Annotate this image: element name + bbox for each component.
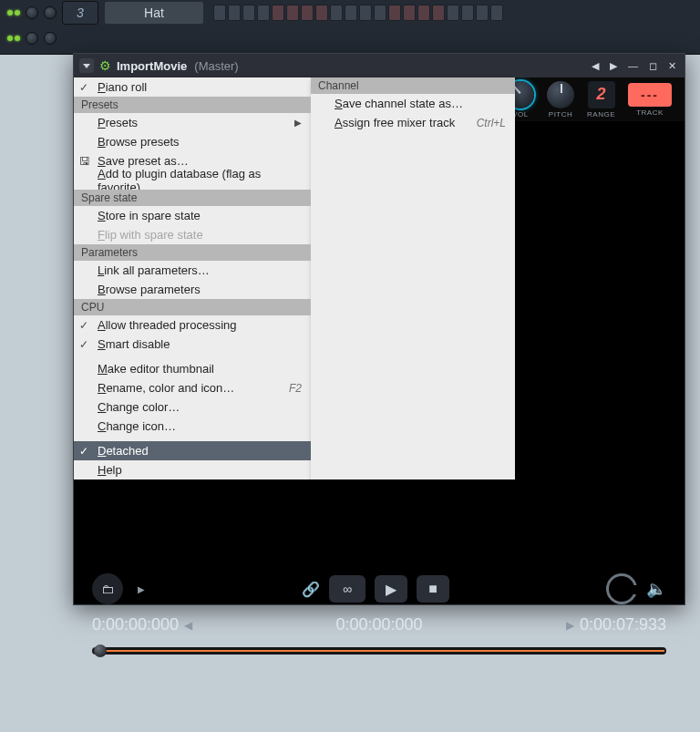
menu-item[interactable]: Browse parameters — [74, 280, 311, 299]
folder-icon: 🗀 — [101, 582, 114, 596]
chevron-down-icon — [83, 64, 90, 68]
menu-item[interactable]: ✓Smart disable — [74, 335, 311, 354]
menu-item-label: Smart disable — [98, 337, 170, 351]
open-recent-button[interactable]: ▶ — [138, 584, 145, 594]
close-icon[interactable]: ✕ — [665, 60, 679, 72]
menu-dropdown-button[interactable] — [79, 58, 94, 73]
open-file-button[interactable]: 🗀 — [92, 573, 123, 604]
progress-handle[interactable] — [94, 644, 107, 657]
menu-item-label: Detached — [98, 444, 149, 458]
menu-item[interactable]: ✓Allow threaded processing — [74, 315, 311, 335]
minimize-icon[interactable]: — — [625, 60, 641, 71]
menu-item-label: Browse presets — [98, 135, 180, 149]
zoom-button[interactable] — [606, 573, 637, 604]
menu-item[interactable]: ✓Detached — [74, 441, 311, 460]
channel-submenu: Channel Save channel state as…Assign fre… — [311, 77, 515, 479]
menu-item-label: Allow threaded processing — [98, 318, 236, 332]
menu-item-label: Make editor thumbnail — [98, 362, 214, 376]
menu-item[interactable]: Assign free mixer trackCtrl+L — [311, 113, 515, 132]
track-label: TRACK — [636, 108, 664, 117]
menu-item-label: Browse parameters — [98, 283, 201, 296]
menu-item-label: Save channel state as… — [335, 97, 463, 110]
menu-item: Flip with spare state — [74, 225, 311, 244]
prev-preset-icon[interactable]: ◀ — [589, 60, 602, 72]
timecode-selection: 0:00:00:000 — [335, 615, 422, 634]
step-back-button[interactable]: ◀ — [179, 619, 198, 632]
menu-item[interactable]: Store in spare state — [74, 206, 311, 225]
track-selector[interactable]: --- — [628, 83, 672, 107]
range-selector[interactable]: 2 — [588, 81, 615, 108]
menu-section: Spare state — [74, 190, 311, 206]
gear-icon[interactable]: ⚙ — [99, 58, 111, 73]
menu-item-label: Change color… — [98, 400, 180, 414]
play-button[interactable]: ▶ — [375, 575, 407, 603]
menu-item[interactable]: Save channel state as… — [311, 94, 515, 113]
loop-button[interactable]: ∞ — [329, 575, 365, 603]
step-sequence[interactable] — [213, 5, 503, 21]
menu-section: CPU — [74, 299, 311, 315]
timecode-duration: 0:00:07:933 — [580, 615, 666, 634]
plugin-window: ⚙ ImportMovie (Master) ◀ ▶ — ◻ ✕ ✓Piano … — [73, 53, 685, 605]
menu-item-label: Presets — [98, 116, 138, 129]
pan-knob[interactable] — [44, 6, 57, 19]
window-subtitle: (Master) — [194, 59, 238, 73]
menu-item[interactable]: Change icon… — [74, 417, 311, 436]
link-icon[interactable]: 🔗 — [302, 581, 320, 598]
menu-item[interactable]: Change color… — [74, 397, 311, 417]
menu-section: Presets — [74, 97, 311, 113]
menu-item[interactable]: Add to plugin database (flag as favorite… — [74, 170, 311, 190]
pan-knob[interactable] — [44, 32, 57, 45]
menu-item[interactable]: Link all parameters… — [74, 261, 311, 280]
menu-item-label: Rename, color and icon… — [98, 381, 234, 395]
pitch-label: PITCH — [549, 110, 573, 119]
progress-track[interactable] — [92, 647, 666, 655]
menu-item-label: Assign free mixer track — [335, 116, 455, 129]
menu-item[interactable]: Rename, color and icon…F2 — [74, 378, 311, 397]
channel-name[interactable]: Hat — [104, 1, 204, 25]
menu-section: Parameters — [74, 244, 311, 261]
mute-knob[interactable] — [26, 32, 38, 45]
menu-item-label: Piano roll — [98, 80, 147, 94]
speaker-icon[interactable]: 🔈 — [646, 579, 666, 599]
menu-item-label: Store in spare state — [98, 209, 201, 222]
timecode-position: 0:00:00:000 — [92, 615, 179, 634]
menu-item-label: Link all parameters… — [98, 263, 210, 277]
progress-fill — [101, 650, 664, 652]
menu-item-label: Flip with spare state — [98, 228, 203, 242]
step-fwd-button[interactable]: ▶ — [561, 619, 580, 632]
context-menu-layer: ✓Piano rollPresetsPresets▶Browse presets… — [74, 77, 515, 479]
window-title: ImportMovie — [117, 59, 187, 73]
menu-item[interactable]: Make editor thumbnail — [74, 359, 311, 378]
channel-leds[interactable] — [7, 10, 20, 15]
channel-number[interactable]: 3 — [62, 1, 98, 25]
menu-item[interactable]: Browse presets — [74, 132, 311, 151]
titlebar: ⚙ ImportMovie (Master) ◀ ▶ — ◻ ✕ — [74, 54, 685, 77]
channel-rack-bg: 3 Hat — [0, 0, 700, 55]
range-label: RANGE — [587, 110, 615, 119]
next-preset-icon[interactable]: ▶ — [607, 60, 620, 72]
menu-item-label: Help — [98, 463, 122, 477]
mute-knob[interactable] — [26, 6, 38, 19]
menu-section-channel: Channel — [311, 77, 515, 94]
channel-leds[interactable] — [7, 36, 20, 41]
plugin-options-menu: ✓Piano rollPresetsPresets▶Browse presets… — [74, 77, 311, 479]
menu-item[interactable]: Help — [74, 460, 311, 479]
pitch-knob[interactable] — [547, 81, 574, 108]
stop-button[interactable]: ■ — [417, 575, 449, 603]
menu-item[interactable]: ✓Piano roll — [74, 77, 311, 97]
maximize-icon[interactable]: ◻ — [646, 60, 660, 72]
menu-item-label: Change icon… — [98, 419, 176, 433]
transport-bar: 🗀 ▶ 🔗 ∞ ▶ ■ 🔈 0:00:00:000 ◀ 0:00:00:000 … — [74, 564, 685, 667]
menu-item[interactable]: Presets▶ — [74, 113, 311, 132]
